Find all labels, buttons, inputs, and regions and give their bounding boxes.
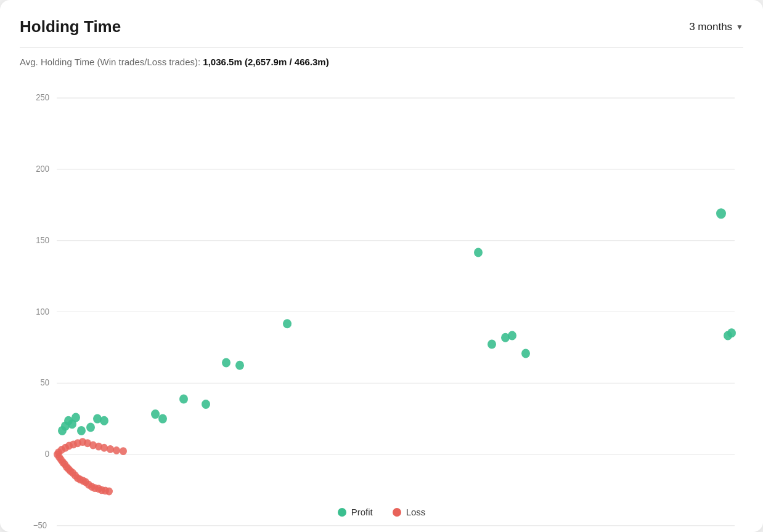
profit-label: Profit <box>351 507 373 517</box>
profit-dot <box>338 508 346 517</box>
svg-point-39 <box>508 331 516 341</box>
svg-point-35 <box>235 361 244 370</box>
loss-label: Loss <box>406 507 426 517</box>
svg-point-32 <box>179 394 188 403</box>
svg-point-41 <box>474 248 483 257</box>
page-title: Holding Time <box>20 17 121 36</box>
holding-time-card: Holding Time 3 months ▼ Avg. Holding Tim… <box>0 0 763 532</box>
svg-point-29 <box>100 416 108 425</box>
period-label: 3 months <box>689 21 732 33</box>
svg-point-40 <box>521 349 530 358</box>
legend-loss: Loss <box>393 507 426 517</box>
card-header: Holding Time 3 months ▼ <box>20 17 743 36</box>
svg-point-25 <box>71 413 80 422</box>
scatter-chart: 250 200 150 100 50 0 −50 0.0 8,333m 16,6… <box>20 78 743 501</box>
svg-point-76 <box>100 444 108 452</box>
svg-point-65 <box>105 488 113 496</box>
svg-text:100: 100 <box>36 307 49 316</box>
svg-point-33 <box>202 400 210 409</box>
svg-point-44 <box>727 328 736 337</box>
svg-point-27 <box>86 423 95 432</box>
chart-area: 250 200 150 100 50 0 −50 0.0 8,333m 16,6… <box>20 78 743 501</box>
svg-point-42 <box>716 208 726 219</box>
svg-point-37 <box>488 339 496 349</box>
svg-point-34 <box>222 358 231 367</box>
svg-text:150: 150 <box>36 236 49 246</box>
svg-point-78 <box>113 446 120 454</box>
chart-legend: Profit Loss <box>20 507 743 520</box>
divider <box>20 47 743 48</box>
svg-point-30 <box>151 409 160 419</box>
subtitle: Avg. Holding Time (Win trades/Loss trade… <box>20 57 743 67</box>
svg-text:−50: −50 <box>33 521 47 531</box>
svg-point-36 <box>283 319 292 328</box>
svg-point-31 <box>158 414 167 424</box>
svg-point-77 <box>107 445 114 453</box>
svg-text:0: 0 <box>45 449 49 459</box>
svg-text:250: 250 <box>36 93 49 103</box>
svg-text:50: 50 <box>41 378 49 388</box>
chart-inner: 250 200 150 100 50 0 −50 0.0 8,333m 16,6… <box>20 78 743 501</box>
svg-point-79 <box>120 447 127 455</box>
loss-dot <box>393 508 401 517</box>
chevron-down-icon: ▼ <box>736 23 743 31</box>
period-selector[interactable]: 3 months ▼ <box>689 21 743 33</box>
legend-profit: Profit <box>338 507 373 517</box>
svg-point-26 <box>77 426 86 435</box>
svg-text:200: 200 <box>36 164 49 174</box>
